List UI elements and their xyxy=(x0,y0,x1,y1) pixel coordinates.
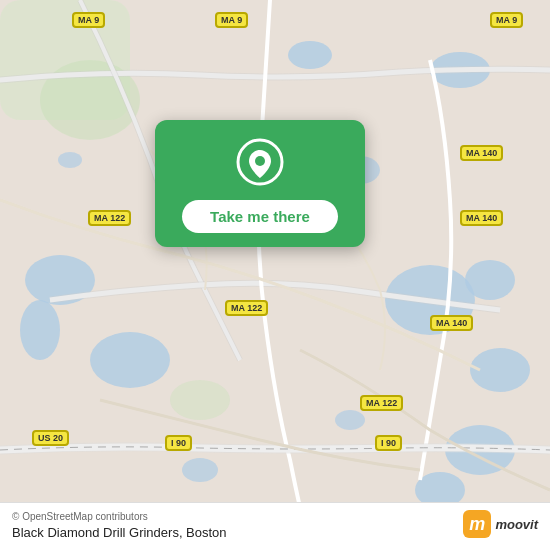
copyright-text: © OpenStreetMap contributors xyxy=(12,511,538,522)
svg-point-13 xyxy=(58,152,82,168)
moovit-text: moovit xyxy=(495,517,538,532)
svg-point-7 xyxy=(465,260,515,300)
location-card: Take me there xyxy=(155,120,365,247)
road-badge-ma140-right-bot: MA 140 xyxy=(430,315,473,331)
road-badge-ma122-bot: MA 122 xyxy=(360,395,403,411)
svg-point-4 xyxy=(20,300,60,360)
svg-point-12 xyxy=(182,458,218,482)
road-badge-ma140-right-mid: MA 140 xyxy=(460,210,503,226)
svg-point-11 xyxy=(335,410,365,430)
svg-point-2 xyxy=(288,41,332,69)
road-badge-ma122-left: MA 122 xyxy=(88,210,131,226)
location-pin-icon xyxy=(236,138,284,186)
map-background xyxy=(0,0,550,550)
take-me-there-button[interactable]: Take me there xyxy=(182,200,338,233)
road-badge-ma9-top-left: MA 9 xyxy=(72,12,105,28)
road-badge-ma122-center: MA 122 xyxy=(225,300,268,316)
location-name: Black Diamond Drill Grinders, Boston xyxy=(12,525,538,540)
moovit-m-icon: m xyxy=(463,510,491,538)
map-container: MA 9MA 9MA 9MA 140MA 140MA 140MA 122MA 1… xyxy=(0,0,550,550)
road-badge-i90-left: I 90 xyxy=(165,435,192,451)
moovit-logo: m moovit xyxy=(463,510,538,538)
road-badge-us20: US 20 xyxy=(32,430,69,446)
svg-point-19 xyxy=(255,156,265,166)
road-badge-ma9-top-center: MA 9 xyxy=(215,12,248,28)
road-badge-ma9-top-right: MA 9 xyxy=(490,12,523,28)
svg-point-5 xyxy=(90,332,170,388)
svg-point-17 xyxy=(170,380,230,420)
road-badge-ma140-right-top: MA 140 xyxy=(460,145,503,161)
road-badge-i90-right: I 90 xyxy=(375,435,402,451)
